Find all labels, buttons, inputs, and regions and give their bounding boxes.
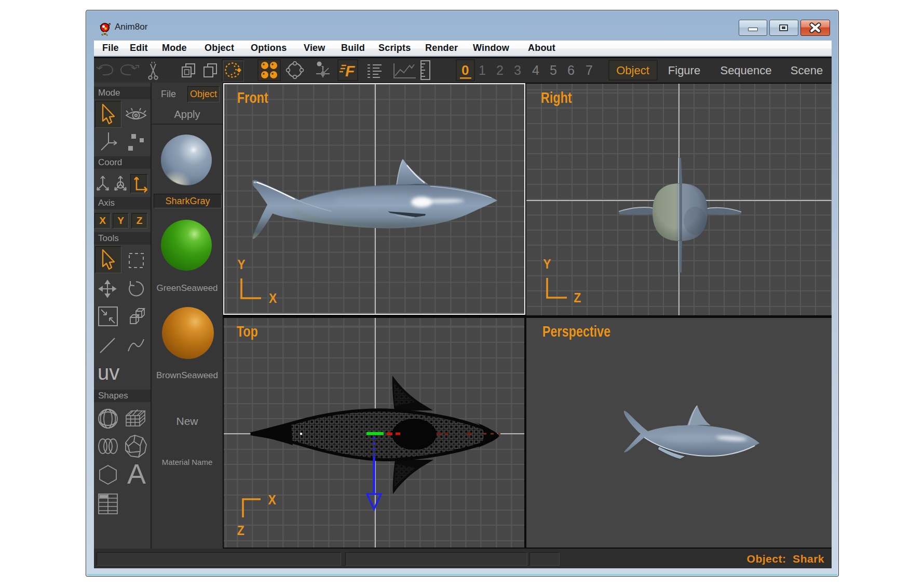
svg-text:Z: Z [574,290,581,305]
svg-text:7: 7 [586,63,593,77]
svg-text:X: X [269,291,277,306]
svg-text:F: F [345,62,355,79]
svg-text:3: 3 [514,63,521,77]
svg-text:4: 4 [532,63,539,77]
svg-text:Z: Z [237,523,244,538]
svg-text:5: 5 [550,63,557,77]
svg-text:Figure: Figure [668,64,700,77]
svg-text:A: A [127,458,146,489]
svg-text:Y: Y [237,257,245,272]
svg-text:Sequence: Sequence [720,64,771,77]
svg-text:2: 2 [496,63,504,77]
svg-text:6: 6 [567,63,575,77]
svg-text:Scene: Scene [791,64,823,77]
svg-text:1: 1 [479,63,486,77]
svg-text:uv: uv [98,361,119,384]
svg-text:0: 0 [461,62,469,78]
svg-text:X: X [268,492,277,508]
svg-text:Object: Object [616,64,649,77]
svg-text:Y: Y [543,257,551,272]
